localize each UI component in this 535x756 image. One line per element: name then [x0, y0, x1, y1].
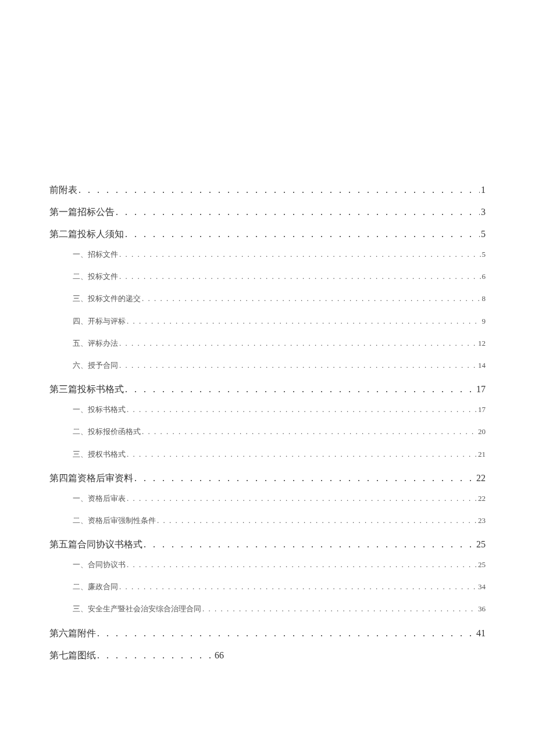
toc-leader-dots [157, 515, 477, 526]
toc-page-number: 17 [478, 404, 486, 415]
toc-page-number: 22 [476, 471, 486, 485]
toc-page-number: 22 [478, 493, 486, 504]
toc-page-number: 9 [482, 316, 486, 327]
toc-label: 二、资格后审强制性条件 [73, 515, 156, 526]
toc-entry: 第三篇投标书格式17 [49, 382, 486, 396]
toc-leader-dots [119, 271, 481, 282]
toc-label: 前附表 [49, 183, 77, 197]
toc-entry: 第六篇附件41 [49, 626, 486, 640]
toc-entry: 四、开标与评标9 [49, 316, 486, 327]
toc-page-number: 6 [482, 271, 486, 282]
toc-leader-dots [142, 293, 481, 304]
toc-entry: 第二篇投标人须知5 [49, 227, 486, 241]
toc-label: 五、评标办法 [73, 338, 118, 349]
toc-page-number: 3 [481, 205, 486, 219]
toc-entry: 二、投标文件6 [49, 271, 486, 282]
toc-page-number: 8 [482, 293, 486, 304]
toc-page-number: 21 [478, 449, 486, 460]
toc-entry: 三、投标文件的递交8 [49, 293, 486, 304]
toc-page-number: 20 [478, 427, 486, 437]
toc-label: 第七篇图纸 [49, 648, 96, 662]
toc-page-number: 36 [478, 604, 486, 614]
toc-entry: 前附表1 [49, 183, 486, 197]
toc-entry: 三、安全生产暨社会治安综合治理合同36 [49, 604, 486, 614]
toc-entry: 二、资格后审强制性条件23 [49, 515, 486, 526]
toc-leader-dots [125, 382, 475, 396]
toc-page-number: 34 [478, 582, 486, 592]
toc-label: 第二篇投标人须知 [49, 227, 124, 241]
toc-label: 第一篇招标公告 [49, 205, 115, 219]
toc-label: 二、投标报价函格式 [73, 427, 141, 437]
toc-page-number: 41 [476, 626, 486, 640]
toc-page-number: 14 [478, 360, 486, 371]
toc-label: 一、合同协议书 [73, 560, 126, 570]
toc-leader-dots [97, 626, 475, 640]
toc-label: 四、开标与评标 [73, 316, 126, 327]
toc-entry: 一、合同协议书25 [49, 560, 486, 570]
toc-label: 第三篇投标书格式 [49, 382, 124, 396]
toc-entry: 五、评标办法12 [49, 338, 486, 349]
toc-leader-dots [119, 582, 477, 592]
toc-leader-dots [127, 404, 477, 415]
toc-label: 第四篇资格后审资料 [49, 471, 133, 485]
toc-label: 第六篇附件 [49, 626, 96, 640]
toc-leader-dots [119, 360, 477, 371]
toc-entry: 第四篇资格后审资料22 [49, 471, 486, 485]
toc-entry: 一、资格后审表22 [49, 493, 486, 504]
toc-label: 三、投标文件的递交 [73, 293, 141, 304]
toc-page-number: 17 [476, 382, 486, 396]
toc-leader-dots [202, 604, 477, 614]
toc-leader-dots [142, 427, 477, 437]
toc-leader-dots [134, 471, 475, 485]
toc-label: 三、授权书格式 [73, 449, 126, 460]
toc-page-number: 23 [478, 515, 486, 526]
toc-leader-dots [119, 338, 477, 349]
toc-leader-dots [127, 316, 481, 327]
toc-entry: 二、廉政合同34 [49, 582, 486, 592]
toc-page-number: 5 [481, 227, 486, 241]
toc-leader-dots [125, 227, 480, 241]
toc-label: 二、投标文件 [73, 271, 118, 282]
toc-label: 一、招标文件 [73, 249, 118, 260]
toc-label: 二、廉政合同 [73, 582, 118, 592]
toc-entry: 三、授权书格式21 [49, 449, 486, 460]
toc-page-number: 66 [215, 648, 224, 662]
toc-page-number: 12 [478, 338, 486, 349]
toc-entry: 一、投标书格式17 [49, 404, 486, 415]
toc-label: 六、授予合同 [73, 360, 118, 371]
toc-leader-dots [79, 183, 480, 197]
toc-label: 一、投标书格式 [73, 404, 126, 415]
toc-page-number: 25 [478, 560, 486, 570]
toc-leader-dots [144, 538, 475, 551]
toc-entry: 第一篇招标公告3 [49, 205, 486, 219]
toc-leader-dots [127, 449, 477, 460]
toc-leader-dots [127, 560, 477, 570]
toc-leader-dots [119, 249, 481, 260]
toc-entry: 第五篇合同协议书格式25 [49, 538, 486, 551]
toc-page-number: 25 [476, 538, 486, 551]
toc-entry: 六、授予合同14 [49, 360, 486, 371]
toc-leader-dots [116, 205, 480, 219]
toc-label: 一、资格后审表 [73, 493, 126, 504]
toc-page-number: 1 [481, 183, 486, 197]
toc-label: 三、安全生产暨社会治安综合治理合同 [73, 604, 201, 614]
toc-entry: 一、招标文件5 [49, 249, 486, 260]
toc-leader-dots [127, 493, 477, 504]
toc-entry: 第七篇图纸66 [49, 648, 486, 662]
toc-page-number: 5 [482, 249, 486, 260]
table-of-contents: 前附表1第一篇招标公告3第二篇投标人须知5一、招标文件5二、投标文件6三、投标文… [49, 183, 486, 662]
toc-label: 第五篇合同协议书格式 [49, 538, 142, 551]
toc-entry: 二、投标报价函格式20 [49, 427, 486, 437]
toc-leader-dots [97, 648, 213, 662]
